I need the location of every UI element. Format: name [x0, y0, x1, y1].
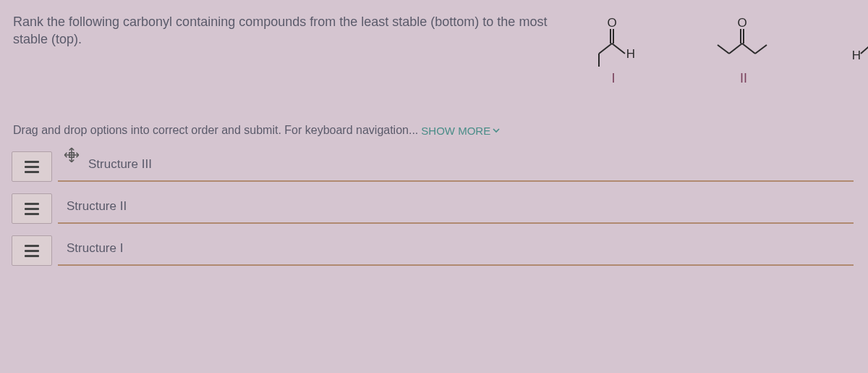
- rank-card-label: Structure I: [67, 241, 123, 256]
- roman-2: II: [740, 71, 747, 86]
- svg-line-10: [755, 45, 767, 54]
- question-panel: Rank the following carbonyl containing c…: [7, 0, 855, 373]
- roman-1: I: [611, 71, 615, 86]
- structures-row: O H I O II: [570, 13, 868, 86]
- molecule-1-icon: O H: [577, 16, 650, 68]
- rank-item[interactable]: Structure III: [12, 150, 854, 182]
- drag-icon: [25, 203, 39, 215]
- molecule-3-icon: O H H: [838, 16, 868, 68]
- rank-item[interactable]: Structure I: [12, 234, 854, 266]
- rank-card[interactable]: Structure III: [58, 150, 854, 182]
- structure-1: O H I: [570, 16, 657, 86]
- svg-line-8: [718, 45, 729, 54]
- drag-icon: [25, 161, 39, 173]
- rank-card[interactable]: Structure I: [58, 234, 854, 266]
- rank-card-label: Structure II: [67, 199, 127, 214]
- instructions-text: Drag and drop options into correct order…: [13, 124, 418, 137]
- chevron-down-icon: [492, 125, 501, 137]
- rank-card-label: Structure III: [88, 157, 152, 172]
- show-more-label: SHOW MORE: [421, 125, 490, 137]
- rank-list: Structure III Structure II Structure I: [7, 147, 855, 266]
- move-cursor-icon: [62, 146, 81, 164]
- molecule-2-icon: O: [707, 16, 780, 68]
- atom-left: H: [852, 49, 861, 62]
- question-text: Rank the following carbonyl containing c…: [13, 13, 556, 86]
- svg-line-4: [612, 43, 625, 54]
- rank-card[interactable]: Structure II: [58, 192, 854, 224]
- svg-line-2: [599, 43, 612, 54]
- atom-O: O: [737, 16, 746, 30]
- atom-O: O: [607, 16, 616, 30]
- structure-2: O II: [700, 16, 787, 86]
- svg-line-9: [742, 43, 755, 54]
- structure-3: O H H III: [830, 16, 868, 86]
- svg-line-7: [729, 43, 742, 54]
- instructions-row: Drag and drop options into correct order…: [7, 86, 855, 147]
- drag-icon: [25, 245, 39, 257]
- drag-handle[interactable]: [12, 193, 52, 224]
- question-header-row: Rank the following carbonyl containing c…: [7, 0, 855, 86]
- drag-handle[interactable]: [12, 151, 52, 182]
- show-more-link[interactable]: SHOW MORE: [421, 125, 501, 137]
- atom-right: H: [626, 47, 635, 61]
- rank-item[interactable]: Structure II: [12, 192, 854, 224]
- drag-handle[interactable]: [12, 235, 52, 266]
- svg-line-13: [861, 43, 868, 54]
